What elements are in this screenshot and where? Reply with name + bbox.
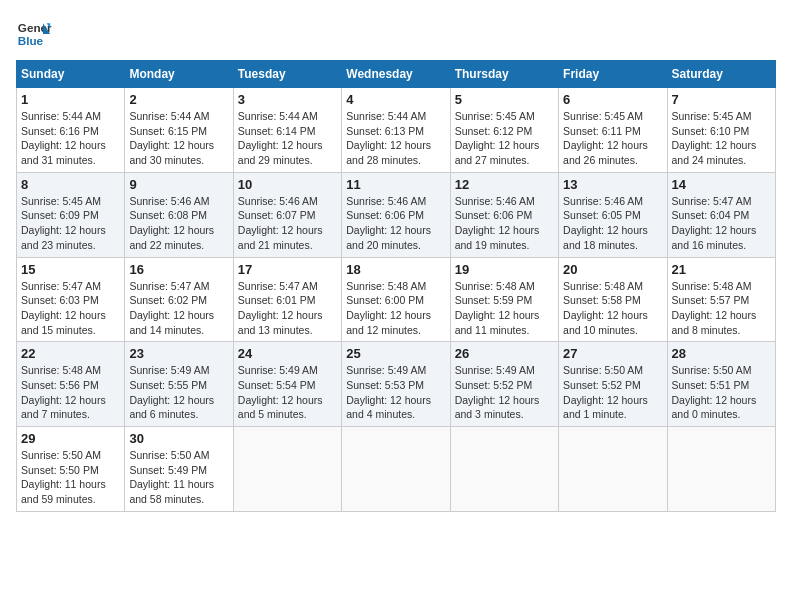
calendar-cell	[559, 427, 667, 512]
day-info: Sunrise: 5:48 AMSunset: 5:57 PMDaylight:…	[672, 279, 771, 338]
calendar-cell: 10Sunrise: 5:46 AMSunset: 6:07 PMDayligh…	[233, 172, 341, 257]
day-number: 13	[563, 177, 662, 192]
calendar-week-4: 22Sunrise: 5:48 AMSunset: 5:56 PMDayligh…	[17, 342, 776, 427]
day-info: Sunrise: 5:50 AMSunset: 5:49 PMDaylight:…	[129, 448, 228, 507]
weekday-header-monday: Monday	[125, 61, 233, 88]
day-info: Sunrise: 5:49 AMSunset: 5:53 PMDaylight:…	[346, 363, 445, 422]
calendar-cell: 22Sunrise: 5:48 AMSunset: 5:56 PMDayligh…	[17, 342, 125, 427]
calendar-week-5: 29Sunrise: 5:50 AMSunset: 5:50 PMDayligh…	[17, 427, 776, 512]
calendar-cell: 26Sunrise: 5:49 AMSunset: 5:52 PMDayligh…	[450, 342, 558, 427]
day-info: Sunrise: 5:46 AMSunset: 6:08 PMDaylight:…	[129, 194, 228, 253]
day-info: Sunrise: 5:45 AMSunset: 6:12 PMDaylight:…	[455, 109, 554, 168]
day-info: Sunrise: 5:45 AMSunset: 6:11 PMDaylight:…	[563, 109, 662, 168]
day-number: 20	[563, 262, 662, 277]
day-number: 29	[21, 431, 120, 446]
svg-text:Blue: Blue	[18, 34, 44, 47]
weekday-header-thursday: Thursday	[450, 61, 558, 88]
day-number: 23	[129, 346, 228, 361]
weekday-header-tuesday: Tuesday	[233, 61, 341, 88]
calendar-cell: 15Sunrise: 5:47 AMSunset: 6:03 PMDayligh…	[17, 257, 125, 342]
calendar-cell: 7Sunrise: 5:45 AMSunset: 6:10 PMDaylight…	[667, 88, 775, 173]
day-number: 15	[21, 262, 120, 277]
logo: General Blue	[16, 16, 56, 52]
day-info: Sunrise: 5:50 AMSunset: 5:52 PMDaylight:…	[563, 363, 662, 422]
weekday-header-saturday: Saturday	[667, 61, 775, 88]
day-info: Sunrise: 5:44 AMSunset: 6:16 PMDaylight:…	[21, 109, 120, 168]
day-info: Sunrise: 5:50 AMSunset: 5:50 PMDaylight:…	[21, 448, 120, 507]
day-info: Sunrise: 5:47 AMSunset: 6:04 PMDaylight:…	[672, 194, 771, 253]
day-info: Sunrise: 5:46 AMSunset: 6:05 PMDaylight:…	[563, 194, 662, 253]
day-number: 18	[346, 262, 445, 277]
calendar-cell: 6Sunrise: 5:45 AMSunset: 6:11 PMDaylight…	[559, 88, 667, 173]
calendar-cell: 12Sunrise: 5:46 AMSunset: 6:06 PMDayligh…	[450, 172, 558, 257]
day-info: Sunrise: 5:46 AMSunset: 6:06 PMDaylight:…	[346, 194, 445, 253]
day-number: 8	[21, 177, 120, 192]
calendar-week-2: 8Sunrise: 5:45 AMSunset: 6:09 PMDaylight…	[17, 172, 776, 257]
calendar-week-3: 15Sunrise: 5:47 AMSunset: 6:03 PMDayligh…	[17, 257, 776, 342]
calendar-cell	[342, 427, 450, 512]
calendar-cell: 2Sunrise: 5:44 AMSunset: 6:15 PMDaylight…	[125, 88, 233, 173]
day-info: Sunrise: 5:49 AMSunset: 5:55 PMDaylight:…	[129, 363, 228, 422]
day-info: Sunrise: 5:48 AMSunset: 6:00 PMDaylight:…	[346, 279, 445, 338]
calendar-cell: 23Sunrise: 5:49 AMSunset: 5:55 PMDayligh…	[125, 342, 233, 427]
day-number: 9	[129, 177, 228, 192]
calendar-cell: 4Sunrise: 5:44 AMSunset: 6:13 PMDaylight…	[342, 88, 450, 173]
day-number: 16	[129, 262, 228, 277]
day-number: 19	[455, 262, 554, 277]
day-info: Sunrise: 5:50 AMSunset: 5:51 PMDaylight:…	[672, 363, 771, 422]
day-info: Sunrise: 5:48 AMSunset: 5:58 PMDaylight:…	[563, 279, 662, 338]
day-number: 26	[455, 346, 554, 361]
day-number: 21	[672, 262, 771, 277]
day-number: 6	[563, 92, 662, 107]
day-info: Sunrise: 5:46 AMSunset: 6:06 PMDaylight:…	[455, 194, 554, 253]
day-info: Sunrise: 5:46 AMSunset: 6:07 PMDaylight:…	[238, 194, 337, 253]
day-info: Sunrise: 5:49 AMSunset: 5:52 PMDaylight:…	[455, 363, 554, 422]
calendar-cell: 27Sunrise: 5:50 AMSunset: 5:52 PMDayligh…	[559, 342, 667, 427]
day-info: Sunrise: 5:47 AMSunset: 6:01 PMDaylight:…	[238, 279, 337, 338]
weekday-header-friday: Friday	[559, 61, 667, 88]
day-number: 17	[238, 262, 337, 277]
day-number: 12	[455, 177, 554, 192]
calendar-cell: 11Sunrise: 5:46 AMSunset: 6:06 PMDayligh…	[342, 172, 450, 257]
day-number: 22	[21, 346, 120, 361]
day-number: 1	[21, 92, 120, 107]
calendar-cell	[233, 427, 341, 512]
day-number: 14	[672, 177, 771, 192]
calendar-cell: 21Sunrise: 5:48 AMSunset: 5:57 PMDayligh…	[667, 257, 775, 342]
day-info: Sunrise: 5:44 AMSunset: 6:13 PMDaylight:…	[346, 109, 445, 168]
day-number: 2	[129, 92, 228, 107]
day-number: 7	[672, 92, 771, 107]
day-number: 27	[563, 346, 662, 361]
calendar-cell: 13Sunrise: 5:46 AMSunset: 6:05 PMDayligh…	[559, 172, 667, 257]
day-info: Sunrise: 5:45 AMSunset: 6:10 PMDaylight:…	[672, 109, 771, 168]
day-info: Sunrise: 5:48 AMSunset: 5:59 PMDaylight:…	[455, 279, 554, 338]
day-info: Sunrise: 5:44 AMSunset: 6:14 PMDaylight:…	[238, 109, 337, 168]
logo-icon: General Blue	[16, 16, 52, 52]
calendar-cell: 24Sunrise: 5:49 AMSunset: 5:54 PMDayligh…	[233, 342, 341, 427]
calendar-cell: 16Sunrise: 5:47 AMSunset: 6:02 PMDayligh…	[125, 257, 233, 342]
calendar-cell: 8Sunrise: 5:45 AMSunset: 6:09 PMDaylight…	[17, 172, 125, 257]
day-info: Sunrise: 5:47 AMSunset: 6:03 PMDaylight:…	[21, 279, 120, 338]
day-number: 30	[129, 431, 228, 446]
calendar-cell: 1Sunrise: 5:44 AMSunset: 6:16 PMDaylight…	[17, 88, 125, 173]
day-number: 10	[238, 177, 337, 192]
day-number: 25	[346, 346, 445, 361]
weekday-header-sunday: Sunday	[17, 61, 125, 88]
calendar-cell: 30Sunrise: 5:50 AMSunset: 5:49 PMDayligh…	[125, 427, 233, 512]
day-info: Sunrise: 5:44 AMSunset: 6:15 PMDaylight:…	[129, 109, 228, 168]
calendar-cell: 29Sunrise: 5:50 AMSunset: 5:50 PMDayligh…	[17, 427, 125, 512]
day-info: Sunrise: 5:49 AMSunset: 5:54 PMDaylight:…	[238, 363, 337, 422]
day-number: 28	[672, 346, 771, 361]
weekday-header-wednesday: Wednesday	[342, 61, 450, 88]
calendar-cell: 28Sunrise: 5:50 AMSunset: 5:51 PMDayligh…	[667, 342, 775, 427]
day-info: Sunrise: 5:47 AMSunset: 6:02 PMDaylight:…	[129, 279, 228, 338]
calendar-cell: 3Sunrise: 5:44 AMSunset: 6:14 PMDaylight…	[233, 88, 341, 173]
day-number: 5	[455, 92, 554, 107]
calendar-cell: 19Sunrise: 5:48 AMSunset: 5:59 PMDayligh…	[450, 257, 558, 342]
calendar-cell: 14Sunrise: 5:47 AMSunset: 6:04 PMDayligh…	[667, 172, 775, 257]
calendar-week-1: 1Sunrise: 5:44 AMSunset: 6:16 PMDaylight…	[17, 88, 776, 173]
calendar-cell: 25Sunrise: 5:49 AMSunset: 5:53 PMDayligh…	[342, 342, 450, 427]
calendar-cell: 17Sunrise: 5:47 AMSunset: 6:01 PMDayligh…	[233, 257, 341, 342]
day-number: 3	[238, 92, 337, 107]
day-info: Sunrise: 5:48 AMSunset: 5:56 PMDaylight:…	[21, 363, 120, 422]
